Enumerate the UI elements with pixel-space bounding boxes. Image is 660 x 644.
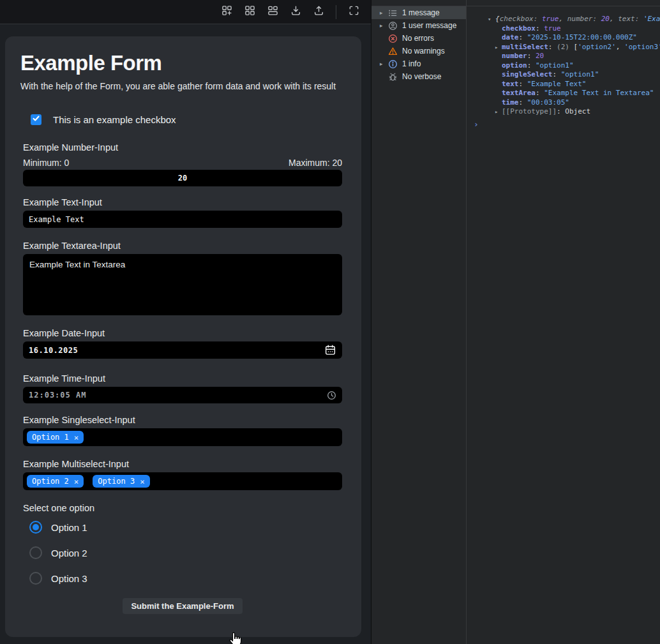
radio-group: Option 1Option 2Option 3: [23, 521, 342, 585]
console-filter-label: 1 info: [402, 59, 421, 68]
singleselect-input-label: Example Singleselect-Input: [23, 415, 342, 425]
text-input[interactable]: Example Text: [23, 211, 342, 228]
textarea-input-label: Example Textarea-Input: [23, 241, 342, 251]
number-max-label: Maximum: 20: [289, 158, 342, 168]
verbose-icon: [388, 72, 398, 82]
radio-button[interactable]: [29, 546, 42, 559]
console-filter-no-warnings[interactable]: No warnings: [371, 45, 466, 57]
list-icon: [388, 8, 398, 18]
upload-button[interactable]: [310, 4, 327, 20]
console-filter-label: 1 message: [402, 8, 440, 17]
expand-caret-icon[interactable]: ▸: [495, 43, 498, 52]
remove-option-icon[interactable]: ×: [140, 477, 145, 486]
object-property-row[interactable]: singleSelect: "option1": [467, 70, 660, 80]
object-property-row[interactable]: ▸multiSelect: (2) ['option2', 'option3']: [467, 43, 660, 52]
expand-caret-icon[interactable]: ▸: [495, 107, 498, 117]
object-property-row[interactable]: ▸[[Prototype]]: Object: [467, 107, 660, 117]
expand-caret-icon[interactable]: ▸: [380, 22, 388, 29]
console-filter-1-info[interactable]: ▸1 info: [371, 57, 466, 70]
toolbar-divider: [336, 5, 336, 19]
time-input-value: 12:03:05 AM: [29, 391, 86, 400]
radio-button[interactable]: [29, 572, 42, 585]
textarea-input-value: Example Text in Textarea: [29, 260, 125, 269]
console-filter-label: No verbose: [402, 72, 441, 81]
upload-icon: [313, 5, 324, 19]
time-input-label: Example Time-Input: [23, 373, 342, 384]
multiselect-input[interactable]: Option 2×Option 3×: [23, 472, 342, 490]
user-icon: [388, 21, 398, 31]
console-top-strip: [467, 0, 660, 6]
number-minmax-row: Minimum: 0 Maximum: 20: [23, 158, 342, 168]
console-filter-label: 1 user message: [402, 21, 456, 30]
date-input[interactable]: 16.10.2025: [23, 341, 342, 359]
chip-label: Option 2: [32, 477, 69, 486]
collapse-caret-icon[interactable]: ▾: [488, 16, 491, 22]
console-panel: ▸1 message▸1 user messageNo errorsNo war…: [371, 0, 660, 644]
submit-button[interactable]: Submit the Example-Form: [123, 598, 242, 614]
console-filter-no-verbose[interactable]: No verbose: [371, 70, 466, 83]
form-title: Example Form: [20, 51, 342, 75]
radio-dot: [33, 524, 39, 530]
radio-option-row[interactable]: Option 2: [29, 546, 342, 559]
form-description: With the help of the Form, you are able …: [20, 81, 342, 91]
error-icon: [388, 34, 398, 43]
grid-view-button[interactable]: [241, 4, 258, 20]
singleselect-input[interactable]: Option 1×: [23, 428, 342, 446]
clock-icon[interactable]: [327, 391, 336, 400]
expand-caret-icon[interactable]: ▸: [380, 10, 388, 16]
object-property-row[interactable]: date: "2025-10-15T22:00:00.000Z": [467, 33, 660, 43]
radio-option-label: Option 2: [51, 548, 87, 558]
object-property-row[interactable]: number: 20: [467, 52, 660, 61]
object-property-row[interactable]: time: "00:03:05": [467, 98, 660, 108]
info-icon: [388, 59, 398, 69]
number-input[interactable]: 20: [23, 170, 342, 186]
multiselect-input-label: Example Multiselect-Input: [23, 459, 342, 469]
board-view-icon: [267, 5, 278, 19]
textarea-input[interactable]: Example Text in Textarea: [23, 254, 342, 315]
time-input[interactable]: 12:03:05 AM: [23, 387, 342, 403]
board-view-button[interactable]: [264, 4, 281, 20]
console-prompt[interactable]: ›: [467, 120, 660, 130]
radio-option-row[interactable]: Option 3: [29, 572, 342, 585]
form-toolbar: [0, 0, 371, 24]
mouse-cursor: [227, 631, 243, 644]
radio-option-label: Option 1: [51, 522, 87, 533]
number-input-label: Example Number-Input: [23, 142, 342, 153]
console-filter-1-message[interactable]: ▸1 message: [371, 6, 466, 19]
form-panel: Example Form With the help of the Form, …: [0, 0, 371, 644]
selected-option-chip: Option 3×: [93, 475, 149, 488]
radio-option-label: Option 3: [51, 573, 87, 584]
console-sidebar: ▸1 message▸1 user messageNo errorsNo war…: [371, 0, 467, 644]
form-page: Example Form With the help of the Form, …: [0, 24, 371, 644]
console-output: ▾ {checkbox: true, number: 20, text: 'Ex…: [467, 6, 660, 129]
radio-option-row[interactable]: Option 1: [29, 521, 342, 534]
remove-option-icon[interactable]: ×: [74, 477, 79, 486]
console-filter-1-user-message[interactable]: ▸1 user message: [371, 19, 466, 32]
calendar-icon[interactable]: [324, 344, 336, 356]
fullscreen-button[interactable]: [345, 4, 362, 20]
number-min-label: Minimum: 0: [23, 158, 69, 168]
radio-button[interactable]: [29, 521, 42, 534]
object-property-row[interactable]: textArea: "Example Text in Textarea": [467, 89, 660, 98]
add-widget-icon: [221, 5, 232, 19]
object-property-row[interactable]: text: "Example Text": [467, 80, 660, 89]
object-property-row[interactable]: checkbox: true: [467, 24, 660, 34]
date-input-value: 16.10.2025: [29, 346, 78, 355]
remove-option-icon[interactable]: ×: [74, 433, 79, 442]
sidebar-top-strip: [371, 0, 466, 6]
add-widget-button[interactable]: [218, 4, 235, 20]
example-checkbox-row: This is an example checkbox: [31, 114, 342, 125]
grid-view-icon: [244, 5, 255, 19]
selected-option-chip: Option 1×: [27, 431, 84, 444]
console-filter-label: No errors: [402, 34, 434, 43]
expand-caret-icon[interactable]: ▸: [380, 61, 388, 67]
number-input-value: 20: [178, 174, 187, 183]
object-property-row[interactable]: option: "option1": [467, 61, 660, 71]
example-checkbox[interactable]: [31, 114, 41, 125]
date-input-label: Example Date-Input: [23, 328, 342, 338]
object-preview-row[interactable]: ▾ {checkbox: true, number: 20, text: 'Ex…: [467, 15, 660, 24]
selected-option-chip: Option 2×: [27, 475, 84, 488]
app-root: Example Form With the help of the Form, …: [0, 0, 660, 644]
console-filter-no-errors[interactable]: No errors: [371, 32, 466, 45]
download-button[interactable]: [287, 4, 304, 20]
